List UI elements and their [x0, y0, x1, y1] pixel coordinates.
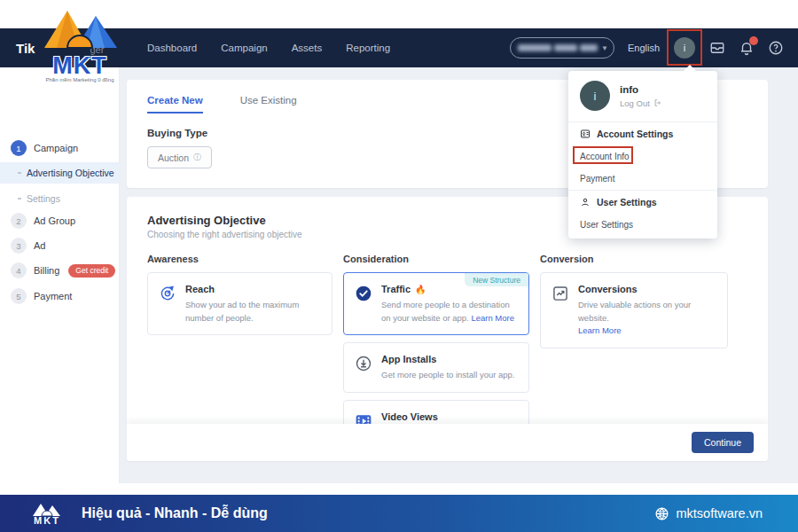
- tab-create-new[interactable]: Create New: [147, 95, 203, 113]
- step-label: Payment: [34, 291, 72, 301]
- notification-badge: [749, 36, 758, 45]
- new-structure-badge: New Structure: [465, 273, 528, 286]
- dropdown-user-header: i info Log Out: [568, 71, 717, 121]
- card-desc: Get more people to install your app.: [381, 369, 515, 382]
- logout-label: Log Out: [620, 98, 650, 108]
- card-desc: Show your ad to the maximum number of pe…: [185, 299, 321, 325]
- nav-item-campaign[interactable]: Campaign: [221, 43, 267, 53]
- info-icon: ⓘ: [193, 152, 201, 163]
- brand-footer-bar: MKT Hiệu quả - Nhanh - Dễ dùng mktsoftwa…: [0, 495, 798, 532]
- learn-more-link[interactable]: Learn More: [471, 313, 514, 323]
- footer-website[interactable]: mktsoftware.vn: [677, 506, 763, 520]
- step-label: Ad: [34, 240, 45, 251]
- column-awareness: Awareness Reach: [147, 254, 332, 424]
- account-selector-pill[interactable]: ▼: [510, 37, 614, 59]
- avatar: i: [580, 81, 610, 111]
- buying-type-auction-button[interactable]: Auction ⓘ: [147, 146, 212, 168]
- step-number-badge: 3: [11, 238, 27, 254]
- mail-icon[interactable]: [709, 40, 725, 56]
- card-title: Reach: [185, 284, 321, 294]
- sidebar-step-billing[interactable]: 4 Billing Get credit: [11, 262, 115, 279]
- menu-item-payment[interactable]: Payment: [568, 168, 717, 190]
- menu-item-label: Payment: [580, 174, 614, 184]
- card-title: Conversions: [578, 284, 716, 294]
- mkt-mountains-white-icon: [32, 502, 62, 517]
- column-conversion: Conversion Conversions: [540, 254, 728, 424]
- nav-item-reporting[interactable]: Reporting: [346, 43, 390, 53]
- mkt-watermark-text: MKT: [27, 55, 133, 76]
- objective-card-reach[interactable]: Reach Show your ad to the maximum number…: [147, 272, 332, 335]
- mkt-mountains-icon: [37, 5, 122, 51]
- objective-card-conversions[interactable]: Conversions Drive valuable actions on yo…: [540, 272, 728, 348]
- objective-columns: Awareness Reach: [147, 254, 768, 424]
- video-views-icon: [355, 412, 372, 424]
- column-consideration: Consideration New Structure: [343, 254, 529, 424]
- card-title: Traffic: [381, 284, 411, 294]
- mkt-footer-logo: MKT: [32, 502, 62, 526]
- sidebar-item-advertising-objective[interactable]: Advertising Objective: [0, 162, 120, 184]
- navbar-right-cluster: ▼ English i: [510, 36, 784, 59]
- redacted-text: [518, 44, 598, 51]
- mkt-watermark-tagline: Phần mềm Marketing 0 đồng: [27, 77, 133, 82]
- step-label: Billing: [34, 265, 59, 276]
- user-settings-icon: [580, 197, 591, 207]
- annotation-box-avatar: [667, 29, 702, 66]
- footer-slogan: Hiệu quả - Nhanh - Dễ dùng: [82, 505, 268, 521]
- sub-item-label: Advertising Objective: [27, 168, 114, 178]
- menu-item-account-info[interactable]: Account Info: [568, 145, 717, 168]
- menu-section-label: User Settings: [597, 197, 657, 207]
- sidebar-step-ad-group[interactable]: 2 Ad Group: [11, 212, 75, 230]
- menu-section-user-settings[interactable]: User Settings: [568, 190, 717, 214]
- campaign-steps-sidebar: 1 Campaign Advertising Objective Setting…: [0, 67, 120, 483]
- objective-card-traffic[interactable]: New Structure Traffic: [343, 272, 529, 335]
- mkt-watermark-logo: MKT Phần mềm Marketing 0 đồng: [27, 5, 133, 82]
- learn-more-link[interactable]: Learn More: [578, 325, 622, 335]
- reach-target-icon: [159, 285, 176, 302]
- step-number-badge: 4: [11, 262, 27, 278]
- step-label: Campaign: [34, 143, 78, 153]
- nav-menu: Dashboard Campaign Assets Reporting: [147, 43, 390, 53]
- card-title: Video Views: [381, 411, 513, 422]
- objective-card-video-views[interactable]: Video Views Get more people to view your…: [343, 400, 529, 424]
- menu-item-label: User Settings: [580, 220, 633, 230]
- sidebar-step-payment[interactable]: 5 Payment: [11, 287, 72, 305]
- column-header: Conversion: [540, 254, 728, 264]
- account-settings-icon: [580, 129, 591, 139]
- account-dropdown-menu: i info Log Out Account Settings Account …: [568, 71, 717, 239]
- user-name: info: [620, 84, 662, 95]
- step-number-badge: 2: [11, 213, 27, 229]
- card-desc: Drive valuable actions on your website.: [578, 300, 691, 323]
- column-header: Awareness: [147, 254, 332, 264]
- auction-label: Auction: [158, 153, 189, 163]
- wizard-footer-bar: Continue: [127, 424, 768, 461]
- objective-card-app-installs[interactable]: App Installs Get more people to install …: [343, 342, 529, 393]
- sidebar-step-ad[interactable]: 3 Ad: [11, 237, 45, 254]
- step-number-badge: 5: [11, 288, 27, 304]
- language-selector[interactable]: English: [628, 43, 660, 53]
- bullet-dash: [18, 198, 21, 200]
- sidebar-step-campaign[interactable]: 1 Campaign: [11, 139, 78, 157]
- sub-item-label: Settings: [27, 193, 60, 204]
- app-install-icon: [355, 355, 372, 372]
- menu-item-user-settings[interactable]: User Settings: [568, 214, 717, 239]
- help-icon[interactable]: [768, 40, 784, 56]
- mkt-footer-text: MKT: [34, 516, 60, 526]
- column-header: Consideration: [343, 254, 529, 264]
- menu-section-label: Account Settings: [597, 129, 673, 139]
- menu-section-account-settings[interactable]: Account Settings: [568, 121, 717, 145]
- step-label: Ad Group: [34, 215, 75, 226]
- card-title: App Installs: [381, 354, 515, 364]
- continue-button[interactable]: Continue: [692, 432, 754, 453]
- chevron-down-icon: ▼: [601, 44, 608, 52]
- screen: Tik ger Dashboard Campaign Assets Report…: [0, 0, 798, 532]
- logout-button[interactable]: Log Out: [620, 98, 662, 108]
- logout-icon: [653, 98, 662, 107]
- get-credit-badge[interactable]: Get credit: [68, 264, 115, 278]
- bullet-dash: [18, 172, 21, 174]
- tab-use-existing[interactable]: Use Existing: [240, 95, 297, 113]
- sidebar-item-settings[interactable]: Settings: [0, 188, 120, 209]
- annotation-box-account-info: [573, 146, 633, 164]
- nav-item-dashboard[interactable]: Dashboard: [147, 43, 197, 53]
- notification-bell-icon[interactable]: [739, 40, 755, 56]
- nav-item-assets[interactable]: Assets: [292, 43, 323, 53]
